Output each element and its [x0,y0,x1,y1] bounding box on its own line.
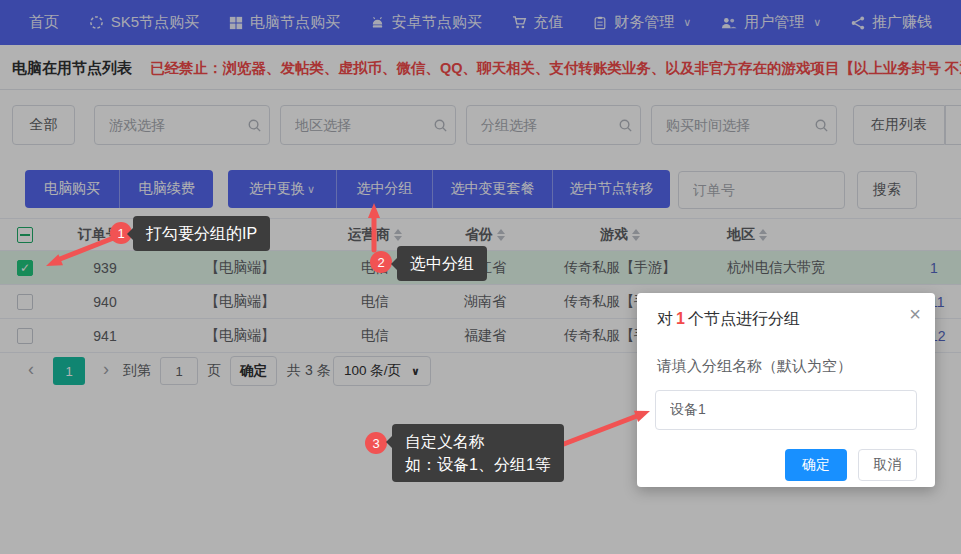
modal-title-prefix: 对 [657,310,673,327]
group-modal: 对1个节点进行分组 × 请填入分组名称（默认为空） 确定 取消 [637,293,935,487]
modal-title: 对1个节点进行分组 [657,309,800,330]
step-3-tooltip-line1: 自定义名称 [405,430,551,453]
app-window: 首页 SK5节点购买 电脑节点购买 安卓节点购买 充值 财务管理 ∨ 用户管理 … [0,0,961,554]
group-name-input[interactable] [655,390,917,430]
step-2-badge: 2 [370,251,392,273]
close-icon[interactable]: × [909,303,921,326]
step-2-tooltip: 选中分组 [397,246,487,281]
step-3-tooltip-line2: 如：设备1、分组1等 [405,453,551,476]
modal-title-suffix: 个节点进行分组 [688,310,800,327]
group-name-hint: 请填入分组名称（默认为空） [657,357,852,376]
step-3-tooltip: 自定义名称 如：设备1、分组1等 [392,424,564,482]
modal-node-count: 1 [673,310,688,327]
step-1-tooltip: 打勾要分组的IP [133,216,270,251]
cancel-button[interactable]: 取消 [858,449,917,481]
confirm-button[interactable]: 确定 [785,449,847,481]
step-3-badge: 3 [365,432,387,454]
